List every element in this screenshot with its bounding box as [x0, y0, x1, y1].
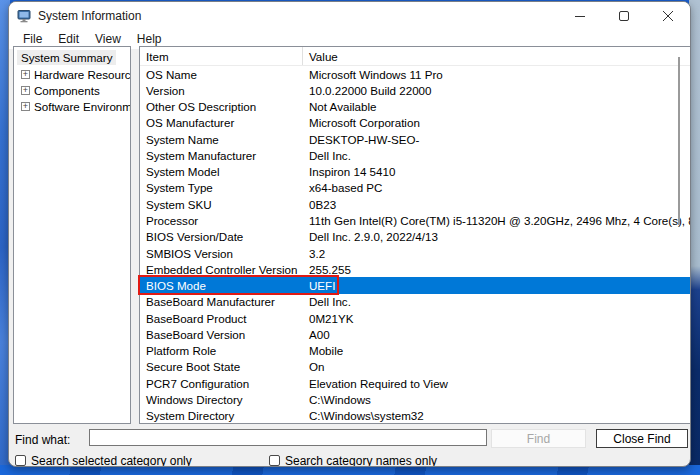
tree-item-label: Components [34, 84, 100, 97]
table-row[interactable]: BIOS Version/DateDell Inc. 2.9.0, 2022/4… [140, 229, 690, 245]
table-row[interactable]: System DirectoryC:\Windows\system32 [140, 408, 690, 424]
item-cell: BaseBoard Version [140, 328, 303, 341]
value-cell: 0M21YK [303, 312, 690, 325]
window-title: System Information [38, 9, 141, 23]
value-cell: UEFI [303, 279, 690, 292]
table-row[interactable]: System ManufacturerDell Inc. [140, 147, 690, 163]
window-controls [558, 2, 690, 30]
item-cell: Secure Boot State [140, 360, 303, 373]
find-what-label: Find what: [15, 433, 70, 447]
details-list: Item Value OS NameMicrosoft Windows 11 P… [139, 46, 691, 424]
table-row[interactable]: BaseBoard ManufacturerDell Inc. [140, 294, 690, 310]
column-header-value[interactable]: Value [303, 50, 690, 63]
item-cell: OS Name [140, 68, 303, 81]
table-row[interactable]: OS NameMicrosoft Windows 11 Pro [140, 66, 690, 82]
table-row[interactable]: SMBIOS Version3.2 [140, 245, 690, 261]
vertical-scrollbar-thumb[interactable] [678, 57, 680, 225]
value-cell: Microsoft Corporation [303, 116, 690, 129]
value-cell: Microsoft Windows 11 Pro [303, 68, 690, 81]
table-row[interactable]: BaseBoard Product0M21YK [140, 310, 690, 326]
table-row[interactable]: Version10.0.22000 Build 22000 [140, 82, 690, 98]
tree-item-components[interactable]: +Components [21, 82, 130, 98]
table-row[interactable]: Secure Boot StateOn [140, 359, 690, 375]
tree-item-hardware-resources[interactable]: +Hardware Resources [21, 66, 130, 82]
value-cell: Mobile [303, 344, 690, 357]
value-cell: Not Available [303, 100, 690, 113]
item-cell: SMBIOS Version [140, 247, 303, 260]
expand-plus-icon[interactable]: + [21, 86, 30, 95]
category-tree: System Summary +Hardware Resources+Compo… [13, 46, 131, 424]
table-row[interactable]: BaseBoard VersionA00 [140, 326, 690, 342]
item-cell: Embedded Controller Version [140, 263, 303, 276]
table-row[interactable]: PCR7 ConfigurationElevation Required to … [140, 375, 690, 391]
table-row[interactable]: Windows DirectoryC:\Windows [140, 391, 690, 407]
table-row[interactable]: Other OS DescriptionNot Available [140, 99, 690, 115]
value-cell: Dell Inc. [303, 295, 690, 308]
value-cell: DESKTOP-HW-SEO- [303, 133, 690, 146]
expand-plus-icon[interactable]: + [21, 70, 30, 79]
value-cell: 11th Gen Intel(R) Core(TM) i5-11320H @ 3… [303, 214, 690, 227]
item-cell: System Model [140, 165, 303, 178]
title-bar: System Information [9, 2, 690, 30]
value-cell: C:\Windows [303, 393, 690, 406]
tree-item-software-environment[interactable]: +Software Environment [21, 98, 130, 114]
value-cell: Dell Inc. 2.9.0, 2022/4/13 [303, 230, 690, 243]
table-row[interactable]: OS ManufacturerMicrosoft Corporation [140, 115, 690, 131]
value-cell: On [303, 360, 690, 373]
value-cell: C:\Windows\system32 [303, 409, 690, 422]
item-cell: BaseBoard Product [140, 312, 303, 325]
system-information-window: System Information FileEditViewHelp Syst… [8, 1, 691, 467]
find-button[interactable]: Find [491, 429, 586, 448]
item-cell: Windows Directory [140, 393, 303, 406]
value-cell: x64-based PC [303, 181, 690, 194]
item-cell: PCR7 Configuration [140, 377, 303, 390]
table-row[interactable]: Embedded Controller Version255.255 [140, 261, 690, 277]
table-row[interactable]: System NameDESKTOP-HW-SEO- [140, 131, 690, 147]
search-selected-category-label: Search selected category only [31, 454, 192, 467]
value-cell: Elevation Required to View [303, 377, 690, 390]
item-cell: System Name [140, 133, 303, 146]
item-cell: System SKU [140, 198, 303, 211]
table-row[interactable]: BIOS ModeUEFI [140, 277, 690, 293]
item-cell: System Type [140, 181, 303, 194]
value-cell: A00 [303, 328, 690, 341]
value-cell: Inspiron 14 5410 [303, 165, 690, 178]
close-button[interactable] [646, 2, 690, 30]
table-row[interactable]: Processor11th Gen Intel(R) Core(TM) i5-1… [140, 212, 690, 228]
search-category-names-label: Search category names only [285, 454, 437, 467]
expand-plus-icon[interactable]: + [21, 102, 30, 111]
value-cell: 255.255 [303, 263, 690, 276]
tree-item-system-summary[interactable]: System Summary [17, 50, 116, 65]
table-row[interactable]: System ModelInspiron 14 5410 [140, 164, 690, 180]
value-cell: 10.0.22000 Build 22000 [303, 84, 690, 97]
system-information-icon [17, 9, 31, 23]
item-cell: System Manufacturer [140, 149, 303, 162]
close-find-button[interactable]: Close Find [596, 429, 688, 448]
item-cell: OS Manufacturer [140, 116, 303, 129]
item-cell: Processor [140, 214, 303, 227]
item-cell: Other OS Description [140, 100, 303, 113]
search-category-names-checkbox[interactable] [269, 455, 280, 466]
tree-item-label: Software Environment [34, 100, 131, 113]
value-cell: Dell Inc. [303, 149, 690, 162]
item-cell: System Directory [140, 409, 303, 422]
tree-item-label: Hardware Resources [34, 68, 131, 81]
item-cell: BaseBoard Manufacturer [140, 295, 303, 308]
value-cell: 3.2 [303, 247, 690, 260]
item-cell: BIOS Version/Date [140, 230, 303, 243]
minimize-button[interactable] [558, 2, 602, 30]
list-header: Item Value [140, 47, 690, 66]
table-row[interactable]: System Typex64-based PC [140, 180, 690, 196]
item-cell: Platform Role [140, 344, 303, 357]
item-cell: BIOS Mode [140, 279, 303, 292]
maximize-button[interactable] [602, 2, 646, 30]
item-cell: Version [140, 84, 303, 97]
table-row[interactable]: Platform RoleMobile [140, 343, 690, 359]
value-cell: 0B23 [303, 198, 690, 211]
table-row[interactable]: System SKU0B23 [140, 196, 690, 212]
column-header-item[interactable]: Item [140, 47, 303, 65]
search-selected-category-checkbox[interactable] [15, 455, 26, 466]
find-input[interactable] [89, 429, 487, 446]
